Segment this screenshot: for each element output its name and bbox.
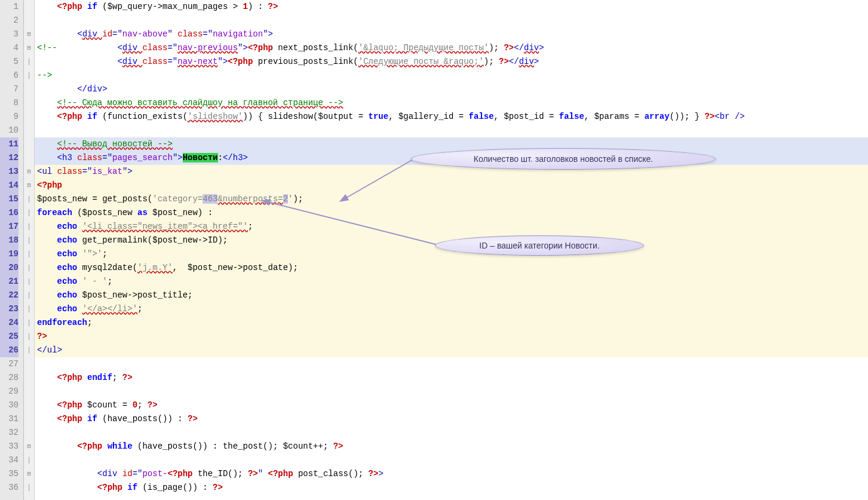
code-line: echo ' - '; xyxy=(35,275,868,289)
line-number[interactable]: 2 xyxy=(0,14,19,27)
line-number[interactable]: 10 xyxy=(0,124,19,137)
code-line xyxy=(35,14,868,27)
code-line: <?php if (function_exists('slideshow')) … xyxy=(35,110,868,124)
line-number[interactable]: 15 xyxy=(0,192,19,206)
line-number[interactable]: 7 xyxy=(0,82,19,96)
line-number[interactable]: 3 xyxy=(0,27,19,41)
fold-toggle[interactable]: ⊟ xyxy=(24,440,34,453)
line-number[interactable]: 20 xyxy=(0,261,19,275)
fold-toggle[interactable]: ⊟ xyxy=(24,165,34,179)
code-line: endforeach; xyxy=(35,316,868,330)
line-number[interactable]: 4 xyxy=(0,41,19,55)
fold-toggle[interactable]: ⊟ xyxy=(24,41,34,55)
line-number[interactable]: 26 xyxy=(0,343,19,357)
line-number[interactable]: 13 xyxy=(0,165,19,179)
line-number[interactable]: 22 xyxy=(0,289,19,302)
code-line: echo mysql2date('j.m.Y', $post_new->post… xyxy=(35,261,868,275)
line-number[interactable]: 34 xyxy=(0,453,19,467)
line-number[interactable]: 33 xyxy=(0,440,19,453)
code-line: <?php while (have_posts()) : the_post();… xyxy=(35,440,868,453)
line-number[interactable]: 19 xyxy=(0,247,19,261)
code-line: </ul> xyxy=(35,343,868,357)
code-line: ?> xyxy=(35,330,868,343)
code-line: <!-- Вывод новостей --> xyxy=(35,137,868,151)
line-number[interactable]: 11 xyxy=(0,137,19,151)
line-number[interactable]: 1 xyxy=(0,0,19,14)
fold-toggle[interactable]: ⊟ xyxy=(24,27,34,41)
line-number[interactable]: 16 xyxy=(0,206,19,220)
line-number[interactable]: 25 xyxy=(0,330,19,343)
code-line: echo $post_new->post_title; xyxy=(35,289,868,302)
fold-toggle[interactable]: ⊟ xyxy=(24,467,34,481)
code-line: <!-- <div class="nav-previous"><?php nex… xyxy=(35,41,868,55)
code-line xyxy=(35,426,868,440)
code-line: $posts_new = get_posts('category=463&num… xyxy=(35,192,868,206)
code-line: <!-- Сюда можно вставить слайдшоу на гла… xyxy=(35,96,868,110)
code-line: <?php xyxy=(35,179,868,192)
line-number-gutter: 1 2 3 4 5 6 7 8 9 10 11 12 13 14 15 16 1… xyxy=(0,0,24,500)
code-line xyxy=(35,357,868,371)
code-line xyxy=(35,453,868,467)
line-number[interactable]: 23 xyxy=(0,302,19,316)
line-number[interactable]: 36 xyxy=(0,481,19,495)
code-line xyxy=(35,124,868,137)
line-number[interactable]: 12 xyxy=(0,151,19,165)
code-line: <?php endif; ?> xyxy=(35,371,868,385)
line-number[interactable]: 27 xyxy=(0,357,19,371)
fold-column: ⊟ ⊟ │ │ ⊟ ⊟ │ │ │ │ │ │ │ │ │ │ │ │ ⊟ │ … xyxy=(24,0,35,500)
code-line: foreach ($posts_new as $post_new) : xyxy=(35,206,868,220)
line-number[interactable]: 17 xyxy=(0,220,19,234)
code-line: <div id="post-<?php the_ID(); ?>" <?php … xyxy=(35,467,868,481)
line-number[interactable]: 31 xyxy=(0,412,19,426)
code-line xyxy=(35,385,868,398)
code-editor: 1 2 3 4 5 6 7 8 9 10 11 12 13 14 15 16 1… xyxy=(0,0,868,500)
fold-toggle[interactable]: ⊟ xyxy=(24,179,34,192)
code-line: <?php if (is_page()) : ?> xyxy=(35,481,868,495)
line-number[interactable]: 28 xyxy=(0,371,19,385)
line-number[interactable]: 9 xyxy=(0,110,19,124)
code-line: echo '<li class="news_item"><a href="'; xyxy=(35,220,868,234)
line-number[interactable]: 5 xyxy=(0,55,19,69)
line-number[interactable]: 29 xyxy=(0,385,19,398)
line-number[interactable]: 21 xyxy=(0,275,19,289)
code-line: echo '</a></li>'; xyxy=(35,302,868,316)
line-number[interactable]: 6 xyxy=(0,69,19,82)
line-number[interactable]: 14 xyxy=(0,179,19,192)
code-line: <?php if ($wp_query->max_num_pages > 1) … xyxy=(35,0,868,14)
code-line: echo '">'; xyxy=(35,247,868,261)
code-line: <div id="nav-above" class="navigation"> xyxy=(35,27,868,41)
code-line: <h3 class="pages_search">Новости:</h3> xyxy=(35,151,868,165)
line-number[interactable]: 18 xyxy=(0,234,19,247)
code-line: echo get_permalink($post_new->ID); xyxy=(35,234,868,247)
line-number[interactable]: 35 xyxy=(0,467,19,481)
code-line: <div class="nav-next"><?php previous_pos… xyxy=(35,55,868,69)
line-number[interactable]: 8 xyxy=(0,96,19,110)
code-line: <?php if (have_posts()) : ?> xyxy=(35,412,868,426)
line-number[interactable]: 30 xyxy=(0,398,19,412)
line-number[interactable]: 24 xyxy=(0,316,19,330)
code-line: </div> xyxy=(35,82,868,96)
code-line: <?php $count = 0; ?> xyxy=(35,398,868,412)
line-number[interactable]: 32 xyxy=(0,426,19,440)
code-line: --> xyxy=(35,69,868,82)
code-line: <ul class="is_kat"> xyxy=(35,165,868,179)
code-content[interactable]: <?php if ($wp_query->max_num_pages > 1) … xyxy=(35,0,868,500)
